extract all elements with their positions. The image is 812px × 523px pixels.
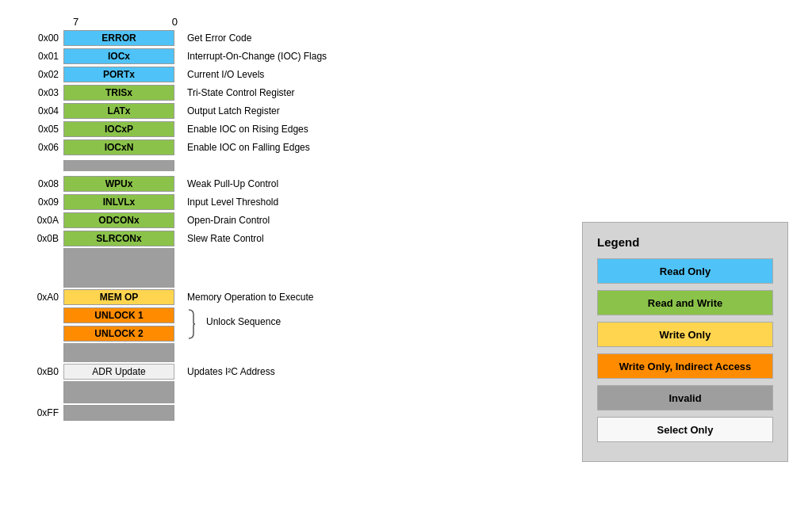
table-row: 0x09 INLVLx Input Level Threshold [24,193,404,211]
reg-desc: Updates I²C Address [187,366,275,377]
table-row: 0xA0 MEM OP Memory Operation to Execute [24,288,404,306]
filler-gray-b1fe [63,381,174,403]
table-row-unlock2: UNLOCK 2 [24,325,404,342]
legend-item-write-indirect: Write Only, Indirect Access [597,353,773,379]
bit-header-inner: 7 0 [70,16,181,28]
reg-box-trisx: TRISx [63,85,174,101]
reg-box-iocxn: IOCxN [63,139,174,155]
gap-row-a3af [24,343,404,362]
filler-gray [63,160,174,171]
reg-box-adrupdate: ADR Update [63,364,174,380]
reg-addr: 0x06 [24,142,63,153]
table-row-adr: 0xB0 ADR Update Updates I²C Address [24,363,404,380]
reg-addr: 0x00 [24,32,63,44]
reg-box-odconx: ODCONx [63,212,174,228]
reg-box-unlock2: UNLOCK 2 [63,326,174,342]
reg-addr: 0x05 [24,124,63,135]
table-row: 0x08 WPUx Weak Pull-Up Control [24,175,404,193]
reg-box-iocx: IOCx [63,48,174,64]
main-container: 7 0 0x00 ERROR Get Error Code 0x01 IOCx … [0,0,812,523]
bit7-label: 7 [73,16,79,28]
legend-label-write-indirect: Write Only, Indirect Access [619,361,752,372]
reg-box-latx: LATx [63,103,174,119]
reg-addr: 0x0B [24,233,63,244]
bit0-label: 0 [172,16,178,28]
reg-desc: Get Error Code [187,32,251,44]
legend-label-read-write: Read and Write [648,297,722,309]
reg-desc: Enable IOC on Falling Edges [187,142,310,153]
reg-desc: Output Latch Register [187,105,280,116]
gap-row-b1fe [24,381,404,403]
reg-addr: 0x01 [24,51,63,62]
legend-item-write-only: Write Only [597,322,773,347]
table-row: 0x0A ODCONx Open-Drain Control [24,212,404,229]
reg-addr: 0xFF [24,407,63,418]
reg-desc: Slew Rate Control [187,233,264,244]
reg-box-inlvlx: INLVLx [63,194,174,210]
legend-label-select-only: Select Only [657,424,714,436]
unlock-group: UNLOCK 1 UNLOCK 2 Unlock Sequence [24,307,404,343]
table-row: 0x01 IOCx Interrupt-On-Change (IOC) Flag… [24,48,404,65]
legend-label-invalid: Invalid [668,392,701,404]
table-row: 0x05 IOCxP Enable IOC on Rising Edges [24,120,404,138]
reg-box-slrconx: SLRCONx [63,231,174,246]
legend-item-select-only: Select Only [597,417,773,442]
reg-desc: Interrupt-On-Change (IOC) Flags [187,51,327,62]
legend-item-invalid: Invalid [597,385,773,410]
table-row: 0x06 IOCxN Enable IOC on Falling Edges [24,139,404,156]
register-table: 7 0 0x00 ERROR Get Error Code 0x01 IOCx … [24,16,404,507]
filler-gray-a3af [63,343,174,362]
reg-addr: 0x02 [24,69,63,80]
reg-desc: Current I/O Levels [187,69,264,80]
reg-addr: 0xB0 [24,366,63,377]
legend-panel: Legend Read Only Read and Write Write On… [582,222,788,462]
legend-item-read-write: Read and Write [597,290,773,315]
table-row: 0x02 PORTx Current I/O Levels [24,66,404,83]
reg-box-unlock1: UNLOCK 1 [63,307,174,323]
legend-label-read-only: Read Only [660,265,710,277]
reg-addr: 0x0A [24,215,63,226]
reg-desc: Open-Drain Control [187,215,270,226]
reg-addr: 0x04 [24,105,63,116]
brace-icon [187,308,203,340]
reg-box-iocxp: IOCxP [63,121,174,137]
legend-item-read-only: Read Only [597,258,773,284]
reg-desc: Memory Operation to Execute [187,292,313,303]
reg-desc: Input Level Threshold [187,197,278,208]
gap-row-large [24,248,404,288]
reg-box-memop: MEM OP [63,289,174,305]
gap-row-07 [24,157,404,174]
reg-box-error: ERROR [63,30,174,46]
legend-title: Legend [597,235,773,249]
reg-box-ff [63,405,174,421]
table-row: 0x00 ERROR Get Error Code [24,29,404,47]
reg-addr: 0x03 [24,87,63,98]
reg-addr: 0x08 [24,178,63,189]
table-row-ff: 0xFF [24,404,404,422]
bit-header: 7 0 [70,16,404,28]
unlock-desc-label: Unlock Sequence [206,316,281,327]
reg-desc: Enable IOC on Rising Edges [187,124,308,135]
table-row: 0x0B SLRCONx Slew Rate Control [24,230,404,247]
reg-addr: 0xA0 [24,292,63,303]
reg-desc: Weak Pull-Up Control [187,178,278,189]
reg-desc: Tri-State Control Register [187,87,295,98]
reg-addr: 0x09 [24,197,63,208]
filler-gray-large [63,248,174,288]
reg-box-portx: PORTx [63,67,174,82]
reg-box-wpux: WPUx [63,176,174,192]
legend-label-write-only: Write Only [660,329,711,341]
table-row: 0x03 TRISx Tri-State Control Register [24,84,404,101]
table-row: 0x04 LATx Output Latch Register [24,102,404,120]
